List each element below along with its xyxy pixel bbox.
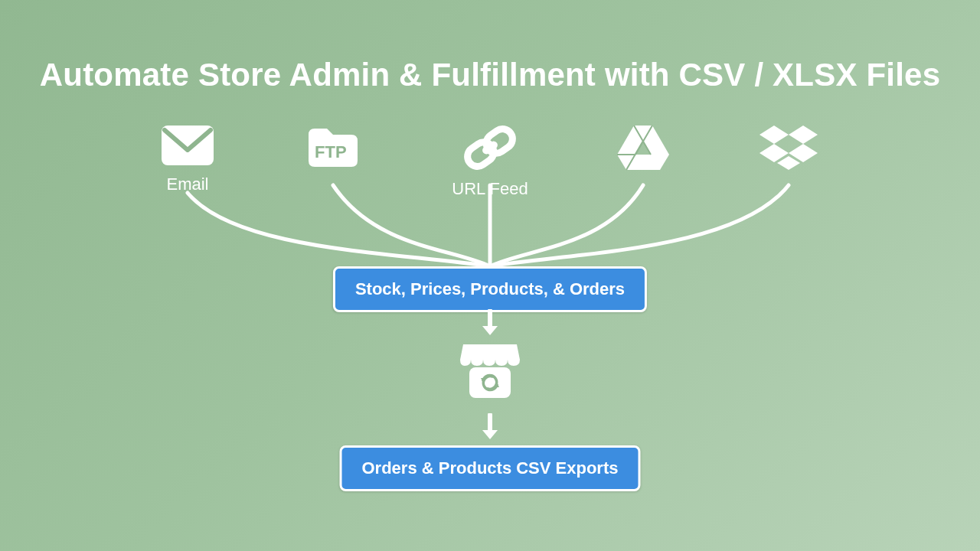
arrow-down-icon — [479, 309, 501, 337]
arrow-down-icon — [479, 413, 501, 441]
diagram-stage: Automate Store Admin & Fulfillment with … — [0, 0, 980, 551]
folder-icon: FTP — [305, 124, 361, 170]
google-drive-icon — [616, 124, 671, 171]
source-dropbox — [743, 124, 835, 171]
svg-marker-9 — [777, 156, 800, 170]
svg-marker-5 — [760, 126, 789, 144]
storefront-sync-icon — [457, 338, 523, 404]
svg-marker-11 — [482, 326, 498, 335]
email-icon — [160, 124, 215, 167]
imports-box: Stock, Prices, Products, & Orders — [333, 266, 647, 312]
page-title: Automate Store Admin & Fulfillment with … — [0, 57, 980, 93]
source-email: Email — [142, 124, 234, 194]
link-icon — [460, 124, 520, 171]
svg-rect-12 — [469, 367, 511, 398]
source-url: URL Feed — [444, 124, 536, 199]
svg-marker-16 — [482, 430, 498, 439]
source-email-label: Email — [142, 174, 234, 194]
svg-marker-6 — [789, 126, 818, 144]
svg-text:FTP: FTP — [315, 142, 347, 161]
sources-row: Email FTP URL Feed — [0, 124, 980, 223]
dropbox-icon — [759, 124, 818, 171]
exports-box: Orders & Products CSV Exports — [340, 445, 641, 491]
source-gdrive — [597, 124, 689, 171]
source-ftp: FTP — [287, 124, 379, 170]
source-url-label: URL Feed — [444, 179, 536, 199]
